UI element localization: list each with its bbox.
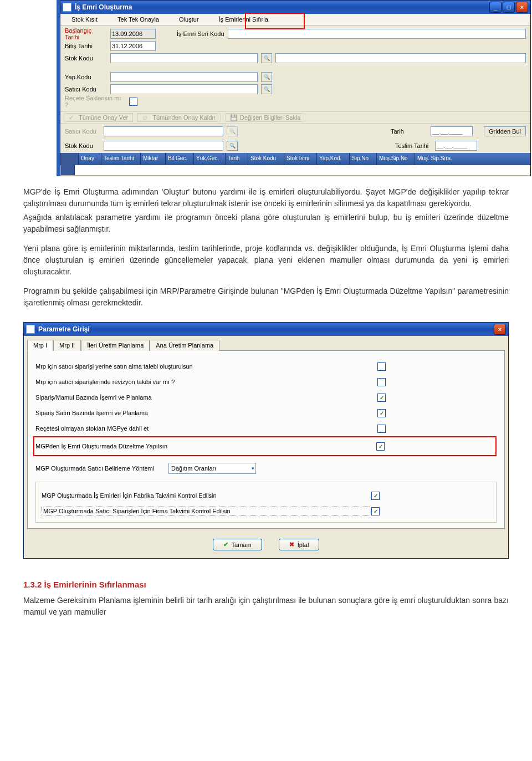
filter-satici-lookup-icon: 🔍: [227, 126, 238, 136]
satici-belirleme-select[interactable]: Dağıtım Oranları ▾: [168, 463, 256, 474]
satici-kodu-input[interactable]: [110, 84, 258, 94]
param-window-title: Parametre Girişi: [38, 325, 90, 333]
grid-col-yap-kod[interactable]: Yap.Kod.: [317, 153, 350, 165]
minimize-button[interactable]: _: [489, 2, 502, 13]
param-panel: Mrp için satıcı siparişi yerine satın al…: [27, 350, 505, 529]
param-window-icon: [26, 325, 35, 334]
filter-satici-kodu-input[interactable]: [104, 126, 223, 136]
menu-olustur[interactable]: Oluştur: [179, 16, 198, 23]
g2-checkbox[interactable]: ✓: [371, 507, 380, 515]
stok-kodu-lookup-icon[interactable]: 🔍: [261, 53, 272, 63]
tumune-onay-ver-button: ✔ Tümüne Onay Ver: [64, 113, 133, 122]
param-tabs: Mrp I Mrp II İleri Üretim Planlama Ana Ü…: [24, 336, 508, 350]
grid-body: [60, 165, 530, 176]
parametre-girisi-window: Parametre Girişi × Mrp I Mrp II İleri Ür…: [23, 322, 509, 559]
grid-col-mus-sip-no[interactable]: Müş.Sip.No: [377, 153, 415, 165]
article-body: MGP'de İş Emri Oluşturma adımından 'Oluş…: [0, 176, 532, 322]
opt5-checkbox[interactable]: [377, 425, 386, 433]
opt7-label: MGP Oluşturmada Satıcı Belirleme Yöntemi: [35, 465, 168, 472]
filter-stok-kodu-input[interactable]: [104, 141, 223, 151]
opt1-checkbox[interactable]: [377, 362, 386, 371]
close-button[interactable]: ×: [516, 2, 528, 13]
maximize-button[interactable]: □: [503, 2, 515, 13]
g1-label: MGP Oluşturmada İş Emirleri İçin Fabrika…: [42, 492, 371, 499]
filter-teslim-tarihi-label: Teslim Tarihi: [395, 142, 432, 149]
is-emri-seri-kodu-label: İş Emri Seri Kodu: [177, 30, 224, 37]
yap-kodu-label: Yap.Kodu: [65, 74, 107, 80]
bitis-tarihi-input[interactable]: [110, 41, 156, 51]
bitis-tarihi-label: Bitiş Tarihi: [65, 43, 107, 49]
opt5-label: Reçetesi olmayan stokları MGPye dahil et: [35, 425, 377, 432]
filter-tarih-label: Tarih: [391, 128, 427, 135]
grid-col-mus-sip-sira[interactable]: Müş. Sip.Sıra.: [415, 153, 530, 165]
g1-checkbox[interactable]: ✓: [371, 492, 380, 500]
grid-col-stok-kodu[interactable]: Stok Kodu: [248, 153, 284, 165]
satici-kodu-label: Satıcı Kodu: [65, 86, 107, 93]
window-title: İş Emri Oluşturma: [75, 3, 132, 11]
tab-mrp2[interactable]: Mrp II: [53, 340, 81, 351]
filter-stok-kodu-label: Stok Kodu: [65, 142, 100, 149]
degisen-bilgileri-sakla-label: Değişen Bilgileri Sakla: [240, 114, 300, 121]
chevron-down-icon: ▾: [252, 466, 254, 471]
opt6-checkbox[interactable]: ✓: [376, 442, 385, 451]
tamam-button[interactable]: ✔ Tamam: [213, 539, 262, 550]
yap-kodu-input[interactable]: [110, 72, 258, 82]
filter-teslim-tarihi-input[interactable]: [435, 141, 477, 151]
section-heading: 1.3.2 İş Emirlerinin Sıfırlanması: [23, 579, 509, 591]
x-icon: ✖: [289, 541, 294, 548]
stok-kodu-desc-input[interactable]: [275, 53, 526, 63]
satici-kodu-lookup-icon[interactable]: 🔍: [261, 84, 272, 94]
tumunden-onay-kaldir-button: ⊘ Tümünden Onay Kaldır: [137, 113, 221, 122]
menu-stok-kisit[interactable]: Stok Kısıt: [71, 16, 98, 23]
grid-col-bilgec[interactable]: Bil.Gec.: [166, 153, 194, 165]
opt4-checkbox[interactable]: ✓: [377, 409, 386, 417]
opt6-highlight: MGPden İş Emri Oluşturmada Düzeltme Yapı…: [33, 436, 497, 456]
grid-col-tarih[interactable]: Tarih: [226, 153, 248, 165]
filter-stok-lookup-icon[interactable]: 🔍: [227, 141, 238, 151]
iptal-button[interactable]: ✖ İptal: [279, 539, 320, 550]
menubar: Stok Kısıt Tek Tek Onayla Oluştur İş Emi…: [60, 14, 530, 25]
grid-col-stok-ismi[interactable]: Stok İsmi: [284, 153, 317, 165]
param-button-row: ✔ Tamam ✖ İptal: [24, 532, 508, 558]
grid-col-sip-no[interactable]: Sip.No: [350, 153, 377, 165]
toolbar-disabled: ✔ Tümüne Onay Ver ⊘ Tümünden Onay Kaldır…: [60, 111, 530, 124]
tab-ana-uretim[interactable]: Ana Üretim Planlama: [150, 340, 219, 351]
grid-col-onay[interactable]: Onay: [79, 153, 101, 165]
grid-col-yukgec[interactable]: Yük.Gec.: [194, 153, 226, 165]
menu-olustur-highlight: [245, 13, 305, 29]
tab-ileri-uretim[interactable]: İleri Üretim Planlama: [81, 340, 150, 351]
tamam-label: Tamam: [232, 542, 252, 548]
grid-col-miktar[interactable]: Miktar: [141, 153, 166, 165]
recete-saklansin-checkbox[interactable]: [129, 98, 137, 106]
check-icon: ✔: [69, 114, 76, 121]
degisen-bilgileri-sakla-button: 💾 Değişen Bilgileri Sakla: [225, 113, 305, 122]
article-p3: Yeni plana göre iş emirlerinin miktarlar…: [23, 243, 509, 278]
tab-mrp1[interactable]: Mrp I: [27, 340, 53, 351]
yap-kodu-lookup-icon[interactable]: 🔍: [261, 72, 272, 82]
titlebar: İş Emri Oluşturma _ □ ×: [60, 1, 530, 14]
article-p5: Malzeme Gereksinim Planlama işleminin be…: [23, 595, 509, 618]
opt3-label: Sipariş/Mamul Bazında İşemri ve Planlama: [35, 394, 377, 401]
opt2-checkbox[interactable]: [377, 378, 386, 386]
save-icon: 💾: [230, 114, 238, 121]
inner-group: MGP Oluşturmada İş Emirleri İçin Fabrika…: [35, 482, 497, 523]
window-icon: [63, 3, 71, 12]
gridden-bul-button[interactable]: Gridden Bul: [484, 126, 526, 136]
opt3-checkbox[interactable]: ✓: [377, 394, 386, 402]
recete-saklansin-label: Reçete Saklansın mı ?: [65, 95, 126, 108]
is-emri-seri-kodu-input[interactable]: [228, 29, 526, 39]
baslangic-tarihi-input[interactable]: [110, 29, 156, 39]
grid-col-teslim-tarihi[interactable]: Teslim Tarihi: [101, 153, 141, 165]
grid-header: Onay Teslim Tarihi Miktar Bil.Gec. Yük.G…: [60, 153, 530, 165]
filter-satici-kodu-label: Satıcı Kodu: [65, 128, 100, 135]
stok-kodu-input[interactable]: [110, 53, 258, 63]
stok-kodu-label: Stok Kodu: [65, 55, 107, 62]
menu-tek-tek-onayla[interactable]: Tek Tek Onayla: [117, 16, 159, 23]
is-emri-olusturma-window: İş Emri Oluşturma _ □ × Stok Kısıt Tek T…: [60, 0, 531, 176]
satici-belirleme-value: Dağıtım Oranları: [171, 465, 216, 472]
param-close-button[interactable]: ×: [494, 324, 506, 335]
filter-tarih-input[interactable]: [431, 126, 473, 136]
article-p4: Programın bu şekilde çalışabilmesi için …: [23, 285, 509, 309]
grid-row-selector[interactable]: [61, 165, 75, 175]
param-titlebar: Parametre Girişi ×: [24, 323, 508, 336]
